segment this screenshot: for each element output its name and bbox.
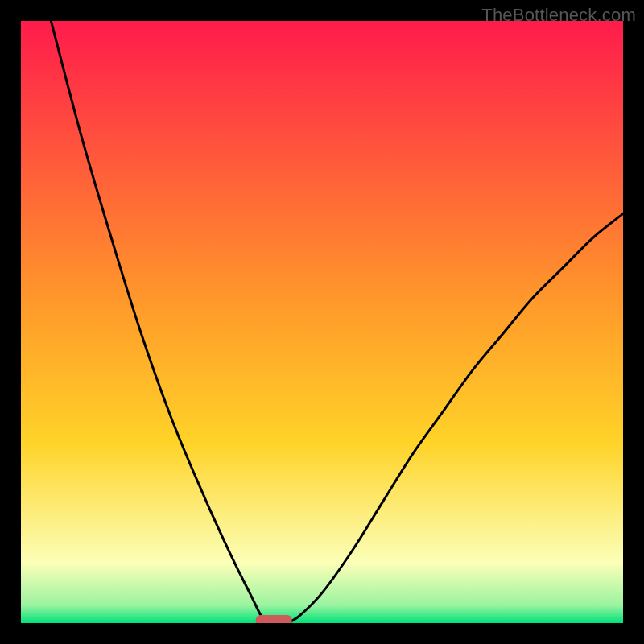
chart-svg: [21, 21, 623, 623]
gradient-background: [21, 21, 623, 623]
optimal-marker: [256, 615, 292, 623]
plot-area: [21, 21, 623, 623]
chart-frame: TheBottleneck.com: [0, 0, 644, 644]
watermark-text: TheBottleneck.com: [481, 5, 636, 26]
